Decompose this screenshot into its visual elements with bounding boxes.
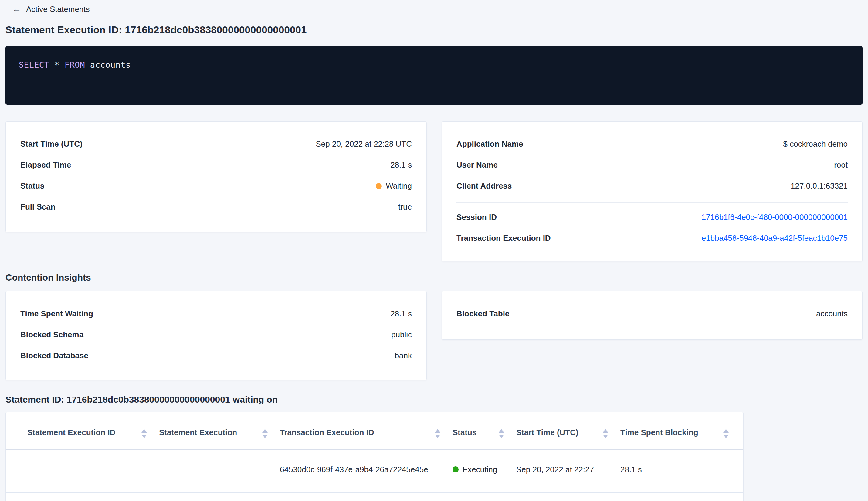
sort-arrows-icon[interactable]: [435, 429, 441, 438]
cell-statement-execution-id: [27, 465, 159, 474]
status-label: Status: [20, 181, 44, 191]
time-spent-waiting-row: Time Spent Waiting 28.1 s: [20, 309, 412, 319]
waiting-on-table: Statement Execution ID Statement Executi…: [6, 412, 744, 501]
column-header-transaction-execution-id[interactable]: Transaction Execution ID: [280, 427, 453, 443]
sort-arrows-icon[interactable]: [262, 429, 268, 438]
column-header-label: Start Time (UTC): [516, 427, 578, 443]
sort-arrows-icon[interactable]: [723, 429, 729, 438]
status-row: Status Waiting: [20, 181, 412, 191]
waiting-table-header-row: Statement Execution ID Statement Executi…: [6, 412, 743, 450]
user-name-value: root: [834, 160, 848, 170]
breadcrumb-label: Active Statements: [26, 4, 90, 14]
breadcrumb-back-active-statements[interactable]: ← Active Statements: [12, 2, 862, 16]
session-id-link[interactable]: 1716b1f6-4e0c-f480-0000-000000000001: [702, 213, 848, 222]
blocked-database-label: Blocked Database: [20, 351, 88, 360]
blocked-schema-label: Blocked Schema: [20, 330, 84, 340]
status-executing-text: Executing: [463, 465, 497, 474]
status-executing-wrap: Executing: [453, 465, 497, 474]
column-header-label: Transaction Execution ID: [280, 427, 374, 443]
blocked-table-card: Blocked Table accounts: [442, 291, 862, 340]
sql-star: *: [54, 60, 59, 70]
session-id-row: Session ID 1716b1f6-4e0c-f480-0000-00000…: [456, 213, 848, 222]
time-spent-waiting-value: 28.1 s: [390, 309, 412, 319]
column-header-statement-execution-id[interactable]: Statement Execution ID: [27, 427, 159, 443]
transaction-execution-id-label: Transaction Execution ID: [456, 234, 551, 243]
contention-details-card: Time Spent Waiting 28.1 s Blocked Schema…: [6, 291, 427, 380]
cell-time-spent-blocking: 28.1 s: [620, 465, 729, 474]
transaction-execution-id-link[interactable]: e1bba458-5948-40a9-a42f-5feac1b10e75: [702, 234, 848, 243]
transaction-execution-id-row: Transaction Execution ID e1bba458-5948-4…: [456, 234, 848, 243]
table-row: 64530d0c-969f-437e-a9b4-26a72245e45e Exe…: [6, 450, 743, 493]
application-name-row: Application Name $ cockroach demo: [456, 139, 848, 149]
sort-arrows-icon[interactable]: [141, 429, 147, 438]
cell-status: Executing: [453, 465, 516, 474]
blocked-schema-row: Blocked Schema public: [20, 330, 412, 340]
cell-statement-execution: [159, 465, 280, 474]
sql-keyword-from: FROM: [65, 60, 85, 70]
user-name-label: User Name: [456, 160, 498, 170]
status-waiting-dot-icon: [376, 183, 382, 189]
column-header-start-time[interactable]: Start Time (UTC): [516, 427, 620, 443]
page-title: Statement Execution ID: 1716b218dc0b3838…: [6, 24, 862, 36]
session-id-label: Session ID: [456, 213, 497, 222]
blocked-database-value: bank: [395, 351, 412, 360]
time-spent-waiting-label: Time Spent Waiting: [20, 309, 93, 319]
full-scan-label: Full Scan: [20, 202, 56, 212]
start-time-row: Start Time (UTC) Sep 20, 2022 at 22:28 U…: [20, 139, 412, 149]
column-header-label: Time Spent Blocking: [620, 427, 698, 443]
column-header-label: Statement Execution ID: [27, 427, 115, 443]
client-address-value: 127.0.0.1:63321: [791, 181, 848, 191]
user-name-row: User Name root: [456, 160, 848, 170]
blocked-table-row: Blocked Table accounts: [456, 309, 848, 319]
column-header-label: Status: [453, 427, 477, 443]
blocked-schema-value: public: [391, 330, 412, 340]
contention-cards-row: Time Spent Waiting 28.1 s Blocked Schema…: [6, 291, 862, 380]
card-divider: [456, 202, 848, 203]
elapsed-time-row: Elapsed Time 28.1 s: [20, 160, 412, 170]
start-time-value: Sep 20, 2022 at 22:28 UTC: [316, 139, 412, 149]
start-time-label: Start Time (UTC): [20, 139, 83, 149]
client-address-label: Client Address: [456, 181, 512, 191]
back-arrow-icon: ←: [12, 4, 21, 14]
elapsed-time-label: Elapsed Time: [20, 160, 71, 170]
cell-start-time: Sep 20, 2022 at 22:27: [516, 465, 620, 474]
cell-transaction-execution-id: 64530d0c-969f-437e-a9b4-26a72245e45e: [280, 465, 453, 474]
column-header-time-spent-blocking[interactable]: Time Spent Blocking: [620, 427, 729, 443]
client-address-row: Client Address 127.0.0.1:63321: [456, 181, 848, 191]
contention-insights-heading: Contention Insights: [6, 273, 862, 283]
sql-keyword-select: SELECT: [19, 60, 50, 70]
column-header-statement-execution[interactable]: Statement Execution: [159, 427, 280, 443]
elapsed-time-value: 28.1 s: [390, 160, 412, 170]
full-scan-row: Full Scan true: [20, 202, 412, 212]
full-scan-value: true: [398, 202, 412, 212]
blocked-database-row: Blocked Database bank: [20, 351, 412, 360]
blocked-table-label: Blocked Table: [456, 309, 509, 319]
execution-overview-card: Start Time (UTC) Sep 20, 2022 at 22:28 U…: [6, 121, 427, 232]
sort-arrows-icon[interactable]: [499, 429, 504, 438]
overview-cards-row: Start Time (UTC) Sep 20, 2022 at 22:28 U…: [6, 121, 862, 262]
waiting-on-heading: Statement ID: 1716b218dc0b38380000000000…: [6, 394, 862, 405]
column-header-status[interactable]: Status: [453, 427, 516, 443]
blocked-table-value: accounts: [816, 309, 848, 319]
sort-arrows-icon[interactable]: [603, 429, 608, 438]
column-header-label: Statement Execution: [159, 427, 237, 443]
sql-statement-text: SELECT * FROM accounts: [19, 60, 131, 70]
application-name-value: $ cockroach demo: [783, 139, 848, 149]
status-value: Waiting: [376, 181, 412, 191]
sql-table-name: accounts: [90, 60, 131, 70]
status-waiting-text: Waiting: [386, 181, 412, 191]
application-name-label: Application Name: [456, 139, 523, 149]
status-executing-dot-icon: [453, 466, 458, 472]
statement-execution-page: ← Active Statements Statement Execution …: [0, 0, 868, 501]
session-overview-card: Application Name $ cockroach demo User N…: [442, 121, 862, 262]
sql-statement-box: SELECT * FROM accounts: [6, 46, 862, 105]
